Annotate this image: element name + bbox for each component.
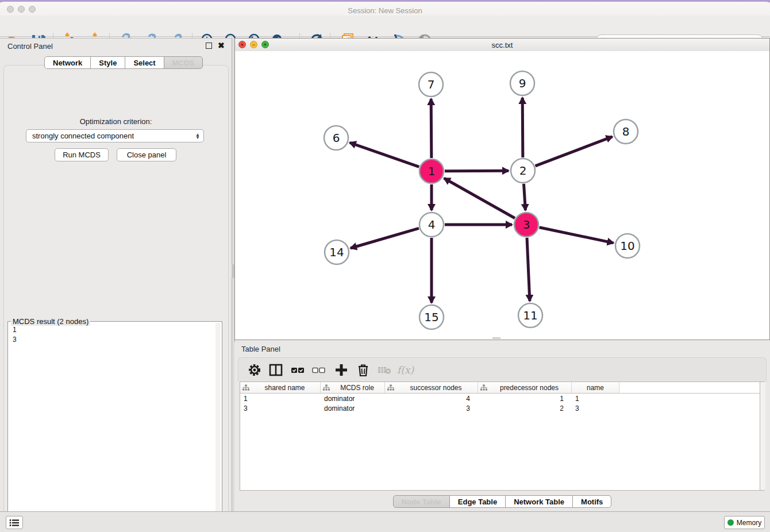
tab-edge-table[interactable]: Edge Table bbox=[449, 495, 506, 508]
control-panel: Control Panel ✖ NetworkStyleSelectMCDS O… bbox=[0, 38, 232, 512]
graph-node-8[interactable]: 8 bbox=[614, 119, 638, 144]
table-toolbar: f(x) bbox=[238, 357, 767, 381]
memory-button[interactable]: Memory bbox=[724, 516, 765, 529]
cell-shared-name[interactable]: 1 bbox=[240, 395, 321, 403]
svg-text:15: 15 bbox=[424, 310, 438, 324]
tab-node-table[interactable]: Node Table bbox=[393, 495, 450, 508]
table-panel-title: Table Panel bbox=[241, 345, 280, 353]
tab-motifs[interactable]: Motifs bbox=[572, 495, 611, 508]
network-view-window: × − + scc.txt 7968124314101511 bbox=[234, 38, 770, 340]
graph-node-9[interactable]: 9 bbox=[510, 71, 534, 95]
svg-text:1: 1 bbox=[428, 164, 436, 178]
tab-select[interactable]: Select bbox=[125, 56, 164, 69]
deselect-checkboxes-icon[interactable] bbox=[311, 363, 326, 377]
cell-predecessor-nodes[interactable]: 2 bbox=[478, 404, 572, 413]
cell-MCDS-role[interactable]: dominator bbox=[321, 404, 385, 413]
node-table[interactable]: shared nameMCDS rolesuccessor nodesprede… bbox=[240, 381, 765, 491]
network-graph-canvas[interactable]: 7968124314101511 bbox=[235, 51, 769, 340]
main-toolbar bbox=[0, 16, 770, 37]
graph-node-1[interactable]: 1 bbox=[419, 159, 444, 183]
cell-predecessor-nodes[interactable]: 1 bbox=[478, 395, 572, 403]
close-panel-icon[interactable]: ✖ bbox=[218, 43, 225, 49]
tab-network-table[interactable]: Network Table bbox=[505, 495, 573, 508]
table-row[interactable]: 3dominator323 bbox=[240, 403, 764, 413]
delete-table-icon bbox=[377, 363, 392, 377]
graph-node-14[interactable]: 14 bbox=[325, 240, 349, 264]
result-scrollbar[interactable] bbox=[215, 323, 221, 532]
table-row[interactable]: 1dominator411 bbox=[240, 394, 764, 403]
gear-icon[interactable] bbox=[247, 363, 262, 377]
network-window-titlebar[interactable]: × − + scc.txt bbox=[235, 38, 769, 52]
mcds-result-values: 1 3 bbox=[13, 325, 17, 345]
add-column-icon[interactable] bbox=[334, 363, 349, 377]
edge-4-14[interactable] bbox=[351, 228, 419, 248]
table-rows: 1dominator4113dominator323 bbox=[240, 394, 764, 413]
dropdown-value: strongly connected component bbox=[32, 132, 134, 140]
edge-2-9[interactable] bbox=[522, 98, 523, 157]
edge-2-3[interactable] bbox=[523, 184, 525, 210]
trash-icon[interactable] bbox=[356, 363, 371, 377]
edge-1-7[interactable] bbox=[431, 99, 432, 158]
column-header-predecessor-nodes[interactable]: predecessor nodes bbox=[478, 382, 572, 393]
edge-3-11[interactable] bbox=[527, 238, 530, 301]
graph-node-10[interactable]: 10 bbox=[615, 234, 640, 258]
graph-node-11[interactable]: 11 bbox=[518, 303, 542, 327]
graph-node-15[interactable]: 15 bbox=[419, 305, 444, 329]
cell-name[interactable]: 3 bbox=[572, 404, 619, 413]
float-panel-icon[interactable] bbox=[206, 43, 212, 49]
attribute-type-icon bbox=[323, 384, 330, 391]
cell-shared-name[interactable]: 3 bbox=[240, 404, 321, 413]
column-header-shared-name[interactable]: shared name bbox=[240, 382, 321, 393]
cell-successor-nodes[interactable]: 4 bbox=[385, 395, 478, 403]
tab-mcds[interactable]: MCDS bbox=[164, 56, 203, 69]
table-tabs: Node TableEdge TableNetwork TableMotifs bbox=[234, 495, 770, 508]
list-icon bbox=[9, 519, 20, 527]
chevron-up-down-icon: ▲▼ bbox=[195, 133, 200, 139]
edge-2-8[interactable] bbox=[536, 137, 613, 166]
svg-text:10: 10 bbox=[620, 239, 634, 253]
edge-3-10[interactable] bbox=[540, 228, 614, 243]
table-header-row: shared nameMCDS rolesuccessor nodesprede… bbox=[240, 382, 764, 394]
column-header-name[interactable]: name bbox=[572, 382, 619, 393]
svg-text:11: 11 bbox=[523, 309, 537, 322]
attribute-type-icon bbox=[480, 384, 487, 391]
table-scrollbar[interactable] bbox=[760, 382, 765, 490]
svg-text:9: 9 bbox=[519, 76, 526, 90]
graph-node-7[interactable]: 7 bbox=[419, 72, 443, 97]
column-header-successor-nodes[interactable]: successor nodes bbox=[385, 382, 478, 393]
app-titlebar: Session: New Session bbox=[0, 2, 770, 16]
run-mcds-button[interactable]: Run MCDS bbox=[55, 148, 109, 161]
svg-text:2: 2 bbox=[519, 164, 527, 178]
cell-successor-nodes[interactable]: 3 bbox=[385, 404, 478, 413]
optimization-criterion-label: Optimization criterion: bbox=[0, 117, 232, 126]
control-panel-tabs: NetworkStyleSelectMCDS bbox=[44, 56, 203, 69]
cell-MCDS-role[interactable]: dominator bbox=[321, 395, 385, 403]
window-title: Session: New Session bbox=[0, 6, 770, 15]
network-view-title: scc.txt bbox=[235, 41, 769, 49]
graph-node-4[interactable]: 4 bbox=[419, 213, 444, 237]
graph-node-6[interactable]: 6 bbox=[324, 126, 348, 150]
svg-text:14: 14 bbox=[329, 245, 344, 259]
split-columns-icon[interactable] bbox=[268, 363, 283, 377]
memory-status-icon bbox=[727, 519, 734, 526]
svg-text:4: 4 bbox=[428, 218, 436, 232]
edge-3-1[interactable] bbox=[444, 178, 515, 218]
panel-menu-button[interactable] bbox=[6, 516, 23, 529]
graph-node-3[interactable]: 3 bbox=[514, 213, 538, 237]
optimization-criterion-select[interactable]: strongly connected component ▲▼ bbox=[26, 129, 204, 142]
edge-1-2[interactable] bbox=[445, 171, 509, 171]
tab-network[interactable]: Network bbox=[44, 56, 91, 69]
column-header-MCDS-role[interactable]: MCDS role bbox=[321, 382, 385, 393]
graph-node-2[interactable]: 2 bbox=[511, 159, 535, 183]
mcds-result-title: MCDS result (2 nodes) bbox=[11, 317, 90, 326]
edge-1-6[interactable] bbox=[350, 142, 419, 167]
attribute-type-icon bbox=[242, 384, 249, 391]
status-bar: Memory bbox=[0, 511, 770, 532]
tab-style[interactable]: Style bbox=[90, 56, 125, 69]
function-builder-icon: f(x) bbox=[397, 363, 420, 377]
close-panel-button[interactable]: Close panel bbox=[117, 148, 176, 161]
select-all-checkboxes-icon[interactable] bbox=[290, 363, 305, 377]
canvas-resize-handle[interactable] bbox=[492, 337, 500, 339]
cell-name[interactable]: 1 bbox=[572, 395, 619, 403]
mcds-result-box: MCDS result (2 nodes) 1 3 bbox=[7, 321, 222, 532]
